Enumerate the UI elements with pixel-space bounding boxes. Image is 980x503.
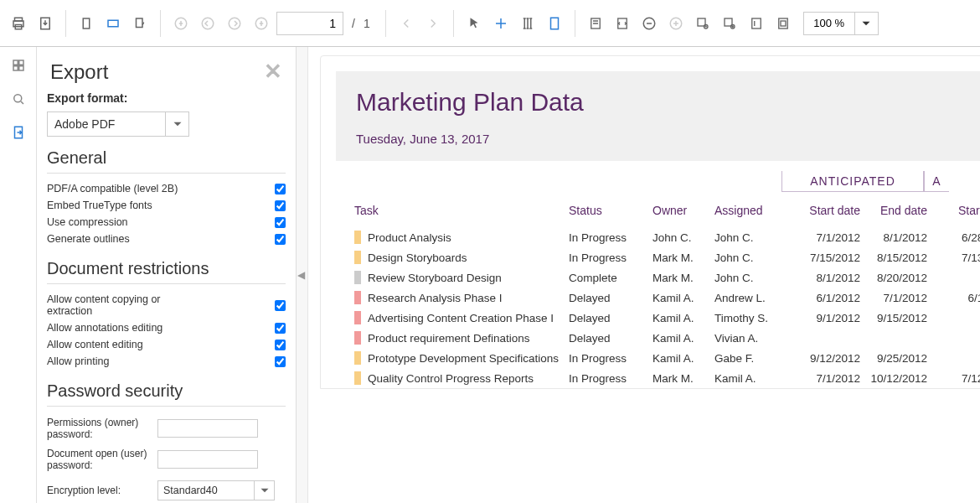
marquee-zoom-out-icon[interactable] bbox=[691, 12, 714, 35]
cell-task: Design Storyboards bbox=[368, 252, 569, 264]
next-page-icon[interactable] bbox=[223, 12, 246, 35]
group-header-actual: A bbox=[924, 171, 949, 192]
col-task: Task bbox=[354, 204, 569, 217]
zoom-out-icon[interactable] bbox=[637, 12, 661, 35]
fit-width-icon[interactable] bbox=[611, 12, 634, 35]
export-toolbar-icon[interactable] bbox=[34, 12, 57, 35]
status-swatch bbox=[354, 311, 361, 324]
main-toolbar: / 1 bbox=[0, 0, 980, 47]
cell-anticipated-end: 9/25/2012 bbox=[860, 352, 927, 365]
report-date: Tuesday, June 13, 2017 bbox=[356, 132, 980, 146]
col-owner: Owner bbox=[652, 204, 714, 217]
zoom-in-icon[interactable] bbox=[664, 12, 688, 35]
restriction-option-row: Allow content editing bbox=[47, 336, 286, 353]
zoom-combo[interactable] bbox=[803, 12, 879, 35]
page-portrait-icon[interactable] bbox=[75, 12, 98, 35]
svg-rect-4 bbox=[83, 18, 90, 29]
cell-assigned: Timothy S. bbox=[714, 312, 792, 324]
chevron-down-icon bbox=[165, 112, 188, 136]
highlight-tool-icon[interactable] bbox=[543, 12, 566, 35]
cell-assigned: John C. bbox=[714, 272, 792, 284]
restriction-option-checkbox[interactable] bbox=[275, 340, 286, 350]
restriction-option-row: Allow content copying or extraction bbox=[47, 291, 286, 319]
restriction-option-checkbox[interactable] bbox=[275, 300, 286, 311]
encryption-level-value: Standard40 bbox=[163, 485, 218, 496]
separator bbox=[160, 10, 161, 37]
print-icon[interactable] bbox=[7, 12, 30, 35]
general-option-label: Generate outlines bbox=[47, 233, 181, 245]
restriction-option-checkbox[interactable] bbox=[275, 323, 286, 334]
export-format-value: Adobe PDF bbox=[54, 117, 115, 131]
actual-size-icon[interactable] bbox=[745, 12, 768, 35]
general-option-checkbox[interactable] bbox=[275, 200, 286, 211]
search-icon[interactable] bbox=[8, 89, 28, 109]
svg-rect-11 bbox=[550, 18, 558, 29]
general-option-row: PDF/A compatible (level 2B) bbox=[47, 180, 286, 197]
group-header-anticipated: ANTICIPATED bbox=[781, 171, 924, 192]
cell-status: In Progress bbox=[569, 352, 652, 365]
table-row: Advertising Content Creation Phase IDela… bbox=[354, 308, 980, 328]
export-panel-icon[interactable] bbox=[8, 122, 28, 143]
thumbnails-icon[interactable] bbox=[8, 55, 28, 75]
whole-page-icon[interactable] bbox=[771, 12, 795, 35]
general-option-row: Embed TrueType fonts bbox=[47, 197, 286, 214]
prev-page-icon[interactable] bbox=[196, 12, 219, 35]
cell-owner: John C. bbox=[652, 231, 714, 244]
zoom-dropdown-icon[interactable] bbox=[854, 13, 878, 34]
separator bbox=[575, 10, 575, 37]
cell-anticipated-start: 9/1/2012 bbox=[792, 312, 860, 324]
table-row: Product requirement DefinationsDelayedKa… bbox=[354, 328, 980, 348]
status-swatch bbox=[354, 271, 361, 284]
chevron-down-icon bbox=[254, 481, 274, 500]
cell-actual-start: 6/28/20 bbox=[927, 231, 980, 244]
svg-rect-16 bbox=[698, 18, 705, 26]
nav-back-icon[interactable] bbox=[395, 12, 418, 35]
general-option-checkbox[interactable] bbox=[275, 184, 286, 194]
cell-anticipated-end: 8/15/2012 bbox=[860, 252, 927, 264]
restriction-option-label: Allow annotations editing bbox=[47, 322, 181, 334]
general-option-checkbox[interactable] bbox=[275, 234, 286, 245]
cell-anticipated-end: 10/12/2012 bbox=[860, 372, 927, 385]
svg-rect-25 bbox=[13, 66, 18, 70]
svg-rect-5 bbox=[108, 20, 118, 27]
cell-anticipated-start: 8/1/2012 bbox=[792, 272, 860, 284]
collapse-handle-icon[interactable]: ◀ bbox=[297, 269, 305, 281]
cell-assigned: John C. bbox=[714, 231, 792, 244]
page-number-input[interactable] bbox=[276, 12, 343, 35]
zoom-input[interactable] bbox=[804, 13, 854, 34]
owner-password-input[interactable] bbox=[157, 419, 258, 438]
last-page-icon[interactable] bbox=[250, 12, 273, 35]
svg-rect-24 bbox=[18, 60, 23, 65]
close-icon[interactable]: ✕ bbox=[264, 59, 282, 85]
panel-splitter[interactable]: ◀ bbox=[297, 47, 308, 503]
marquee-zoom-in-icon[interactable] bbox=[718, 12, 741, 35]
general-option-checkbox[interactable] bbox=[275, 217, 286, 228]
restriction-option-row: Allow printing bbox=[47, 353, 286, 370]
svg-rect-20 bbox=[751, 18, 761, 29]
export-format-dropdown[interactable]: Adobe PDF bbox=[47, 111, 189, 137]
pointer-tool-icon[interactable] bbox=[462, 12, 486, 35]
svg-point-8 bbox=[202, 18, 214, 29]
restriction-option-checkbox[interactable] bbox=[275, 356, 286, 367]
restriction-option-label: Allow content copying or extraction bbox=[47, 293, 181, 317]
svg-rect-18 bbox=[725, 18, 732, 26]
separator bbox=[65, 10, 66, 37]
cell-assigned: John C. bbox=[714, 252, 792, 264]
cell-task: Prototype Development Specifications bbox=[368, 352, 569, 365]
nav-forward-icon[interactable] bbox=[421, 12, 445, 35]
report-title: Marketing Plan Data bbox=[356, 88, 980, 117]
pan-tool-icon[interactable] bbox=[489, 12, 513, 35]
first-page-icon[interactable] bbox=[169, 12, 193, 35]
encryption-level-dropdown[interactable]: Standard40 bbox=[157, 480, 275, 500]
text-select-icon[interactable] bbox=[516, 12, 539, 35]
document-viewport[interactable]: Marketing Plan Data Tuesday, June 13, 20… bbox=[308, 47, 980, 503]
user-password-input[interactable] bbox=[157, 450, 258, 469]
page-rotate-icon[interactable] bbox=[128, 12, 152, 35]
fit-page-icon[interactable] bbox=[584, 12, 607, 35]
general-option-row: Use compression bbox=[47, 214, 286, 231]
cell-status: Delayed bbox=[569, 292, 652, 304]
cell-owner: Kamil A. bbox=[652, 332, 714, 345]
restriction-option-label: Allow printing bbox=[47, 355, 181, 367]
encryption-level-label: Encryption level: bbox=[47, 485, 151, 496]
page-landscape-icon[interactable] bbox=[101, 12, 125, 35]
